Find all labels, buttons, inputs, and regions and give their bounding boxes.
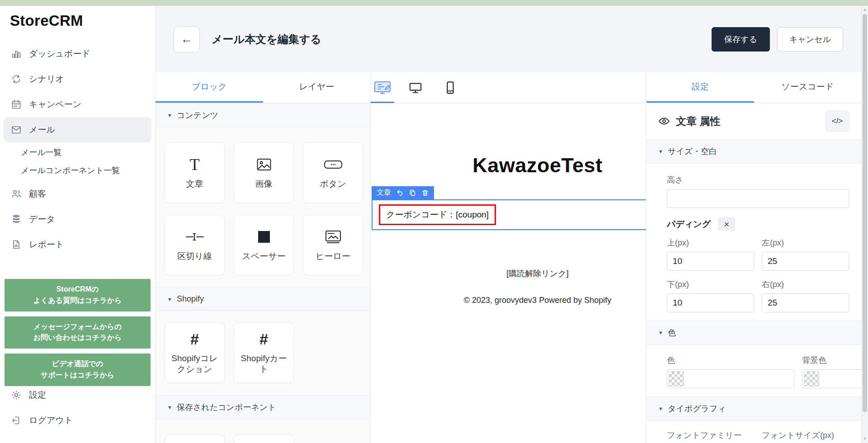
tab-layers[interactable]: レイヤー [263, 72, 371, 103]
padding-right-input[interactable] [762, 293, 849, 312]
scroll-up-arrow[interactable]: ▲ [862, 8, 868, 12]
tile-label: 文章 [183, 179, 207, 189]
block-tile-hero[interactable]: ヒーロー [303, 215, 363, 275]
tab-source-code[interactable]: ソースコード [754, 72, 862, 103]
blocks-panel: ブロック レイヤー ▼ コンテンツ T 文章 画像 ボタン [156, 72, 371, 443]
scrollbar-thumb[interactable] [863, 14, 867, 412]
attribute-header: 文章 属性 </> [646, 103, 861, 139]
padding-clear-button[interactable]: × [718, 217, 735, 231]
sidebar-item-campaign[interactable]: キャンペーン [0, 92, 155, 117]
sidebar-item-customers[interactable]: 顧客 [0, 181, 155, 207]
code-view-button[interactable]: </> [825, 110, 849, 132]
tile-label: スペーサー [238, 251, 289, 262]
block-tile-text[interactable]: T 文章 [165, 142, 225, 203]
page-header: ← メール本文を編集する 保存する キャンセル [156, 6, 861, 72]
email-canvas: KawazoeTest 文章 クーポンコード：[coupon] [購読解除リンク… [372, 103, 646, 305]
tile-label: 区切り線 [174, 251, 215, 262]
tab-blocks[interactable]: ブロック [156, 72, 263, 103]
tab-settings[interactable]: 設定 [646, 72, 754, 103]
window-scrollbar[interactable]: ▲ ▼ [861, 6, 868, 443]
sidebar-item-settings[interactable]: 設定 [0, 382, 155, 408]
padding-label: パディング [667, 218, 711, 230]
section-title: 色 [668, 327, 676, 338]
height-input[interactable] [667, 189, 849, 208]
transparent-swatch[interactable] [804, 371, 819, 386]
section-header-size[interactable]: ▼ サイズ・空白 [646, 139, 861, 164]
report-icon [11, 239, 22, 250]
sidebar-item-mail-list[interactable]: メール一覧 [0, 143, 155, 161]
saved-component-tile[interactable] [165, 434, 225, 443]
save-button[interactable]: 保存する [712, 27, 770, 52]
help-button-contact-form[interactable]: メッセージフォームからの お問い合わせはコチラから [5, 316, 151, 349]
sidebar-item-dashboard[interactable]: ダッシュボード [0, 41, 155, 66]
font-family-label: フォントファミリー [667, 430, 754, 441]
tile-label: Shopifyカート [234, 353, 293, 375]
block-tile-image[interactable]: 画像 [234, 142, 294, 203]
email-heading: KawazoeTest [372, 154, 646, 177]
selected-text-block[interactable]: クーポンコード：[coupon] [372, 199, 646, 230]
duplicate-icon[interactable] [409, 189, 416, 197]
section-title: 保存されたコンポーネント [177, 402, 276, 413]
caret-down-icon: ▼ [658, 406, 663, 411]
back-button[interactable]: ← [174, 26, 200, 52]
sidebar-item-data[interactable]: データ [0, 207, 155, 232]
scroll-down-arrow[interactable]: ▼ [862, 437, 868, 441]
device-tab-edit[interactable] [373, 80, 392, 95]
block-tile-shopify-collection[interactable]: # Shopifyコレクション [165, 322, 225, 383]
content-tile-grid: T 文章 画像 ボタン 区切り線 [156, 127, 370, 287]
page-title: メール本文を編集する [212, 32, 321, 47]
help-button-video-support[interactable]: ビデオ通話での サポートはコチラから [5, 353, 151, 386]
block-tile-button[interactable]: ボタン [303, 142, 363, 203]
tile-label: 画像 [252, 179, 276, 189]
padding-top-input[interactable] [667, 252, 754, 271]
sidebar-item-label: 設定 [29, 389, 46, 401]
section-header-saved-components[interactable]: ▼ 保存されたコンポーネント [156, 395, 370, 419]
bar-chart-icon [11, 48, 22, 59]
image-icon [256, 156, 272, 173]
typography-section-body: フォントファミリー フォントサイズ(px) [646, 421, 861, 443]
sidebar-item-reports[interactable]: レポート [0, 232, 155, 257]
shopify-tile-grid: # Shopifyコレクション # Shopifyカート [156, 311, 370, 395]
sidebar-item-mail[interactable]: メール [4, 117, 151, 142]
blocks-panel-tabs: ブロック レイヤー [156, 72, 370, 103]
padding-bottom-input[interactable] [667, 293, 754, 312]
caret-down-icon: ▼ [658, 149, 663, 154]
device-tab-desktop[interactable] [409, 81, 422, 94]
device-tab-mobile[interactable] [446, 81, 455, 94]
app-logo: StoreCRM [0, 6, 155, 29]
text-color-label: 色 [667, 355, 794, 366]
coupon-code-text[interactable]: クーポンコード：[coupon] [379, 204, 496, 225]
trash-icon[interactable] [421, 189, 429, 197]
logout-icon [11, 415, 22, 426]
sidebar-item-scenario[interactable]: シナリオ [0, 66, 155, 92]
unsubscribe-link[interactable]: [購読解除リンク] [372, 268, 646, 279]
block-tile-shopify-cart[interactable]: # Shopifyカート [234, 322, 294, 383]
sidebar-item-label: シナリオ [29, 73, 64, 85]
close-icon: × [724, 219, 729, 229]
sidebar-item-logout[interactable]: ログアウト [0, 408, 155, 433]
section-header-color[interactable]: ▼ 色 [646, 320, 861, 345]
tile-label: Shopifyコレクション [165, 353, 224, 375]
sidebar-item-mail-components[interactable]: メールコンポーネント一覧 [0, 161, 155, 179]
padding-left-label: 左(px) [762, 237, 849, 248]
transparent-swatch[interactable] [669, 371, 684, 386]
tile-label: ヒーロー [312, 251, 354, 262]
top-strip [0, 0, 868, 6]
section-header-typography[interactable]: ▼ タイポグラフィ [646, 396, 861, 421]
padding-left-input[interactable] [762, 252, 849, 271]
saved-component-tile[interactable] [234, 434, 294, 443]
envelope-icon [11, 124, 22, 135]
text-color-value[interactable] [688, 371, 793, 386]
help-button-faq[interactable]: StoreCRMの よくある質問はコチラから [5, 279, 151, 311]
section-header-shopify[interactable]: ▼ Shopify [156, 287, 370, 311]
section-header-content[interactable]: ▼ コンテンツ [156, 103, 370, 127]
block-tile-spacer[interactable]: スペーサー [234, 215, 294, 275]
background-color-input [802, 369, 861, 388]
background-color-value[interactable] [823, 371, 861, 386]
cancel-button[interactable]: キャンセル [777, 27, 843, 52]
undo-icon[interactable] [396, 189, 404, 197]
hero-icon [325, 229, 342, 245]
block-tile-divider[interactable]: 区切り線 [165, 215, 225, 275]
caret-down-icon: ▼ [658, 330, 663, 335]
hash-icon: # [259, 331, 268, 347]
